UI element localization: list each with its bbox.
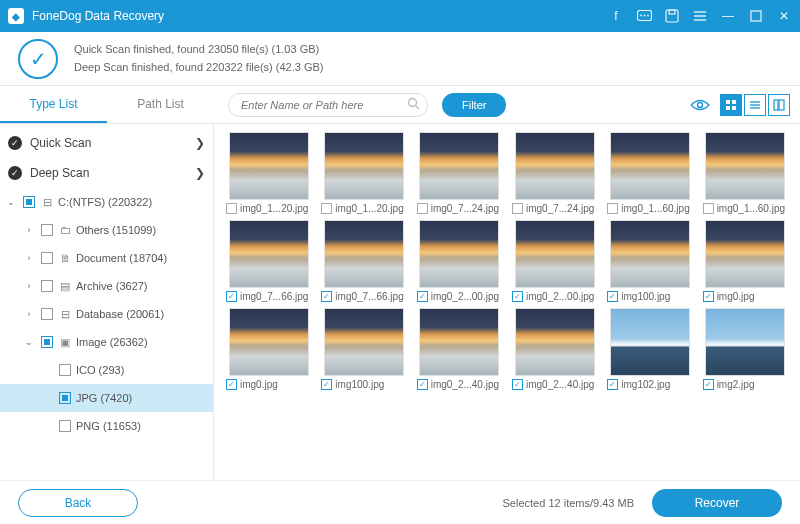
tree-node-document[interactable]: › 🗎 Document (18704) [0,244,213,272]
grid-item[interactable]: img0_1...60.jpg [607,132,692,214]
tree-node-drive[interactable]: ⌄ ⊟ C:(NTFS) (220322) [0,188,213,216]
tree-node-others[interactable]: › 🗀 Others (151099) [0,216,213,244]
scan-status-bar: ✓ Quick Scan finished, found 23050 file(… [0,32,800,86]
menu-icon[interactable] [692,8,708,24]
item-checkbox[interactable] [512,203,523,214]
grid-item[interactable]: ✓img2.jpg [703,308,788,390]
svg-rect-20 [774,100,778,110]
item-checkbox[interactable] [321,203,332,214]
grid-item[interactable]: ✓img0.jpg [703,220,788,302]
tree-node-jpg[interactable]: JPG (7420) [0,384,213,412]
app-title: FoneDog Data Recovery [32,9,608,23]
item-checkbox[interactable]: ✓ [607,291,618,302]
view-detail-button[interactable] [768,94,790,116]
item-checkbox[interactable]: ✓ [226,291,237,302]
tree-node-database[interactable]: › ⊟ Database (20061) [0,300,213,328]
grid-item[interactable]: ✓img100.jpg [607,220,692,302]
grid-item[interactable]: ✓img0_7...66.jpg [226,220,311,302]
item-checkbox[interactable]: ✓ [321,291,332,302]
checkbox[interactable] [41,336,53,348]
chevron-right-icon: ❯ [195,136,205,150]
deep-scan-status: Deep Scan finished, found 220322 file(s)… [74,59,323,77]
minimize-icon[interactable]: — [720,8,736,24]
item-checkbox[interactable] [417,203,428,214]
checkbox[interactable] [41,252,53,264]
thumbnail-image [419,220,499,288]
expand-icon[interactable]: › [22,225,36,235]
tab-path-list[interactable]: Path List [107,87,214,123]
item-checkbox[interactable]: ✓ [321,379,332,390]
grid-item[interactable]: ✓img0_7...66.jpg [321,220,406,302]
grid-item[interactable]: ✓img102.jpg [607,308,692,390]
expand-icon[interactable]: ⌄ [4,197,18,207]
tab-type-list[interactable]: Type List [0,87,107,123]
feedback-icon[interactable] [636,8,652,24]
svg-rect-21 [779,100,784,110]
item-checkbox[interactable]: ✓ [417,379,428,390]
title-bar: ◆ FoneDog Data Recovery f — ✕ [0,0,800,32]
collapse-icon[interactable]: ⌄ [22,337,36,347]
expand-icon[interactable]: › [22,253,36,263]
grid-item[interactable]: ✓img100.jpg [321,308,406,390]
checkbox[interactable] [59,364,71,376]
close-icon[interactable]: ✕ [776,8,792,24]
svg-rect-15 [726,106,730,110]
item-checkbox[interactable]: ✓ [512,379,523,390]
grid-item[interactable]: img0_7...24.jpg [512,132,597,214]
facebook-icon[interactable]: f [608,8,624,24]
grid-item[interactable]: img0_1...20.jpg [321,132,406,214]
item-checkbox[interactable]: ✓ [607,379,618,390]
sidebar-quick-scan[interactable]: ✓ Quick Scan ❯ [0,128,213,158]
item-checkbox[interactable] [607,203,618,214]
checkbox[interactable] [23,196,35,208]
filename: img100.jpg [335,379,406,390]
grid-item[interactable]: img0_1...60.jpg [703,132,788,214]
item-checkbox[interactable] [226,203,237,214]
view-list-button[interactable] [744,94,766,116]
recover-button[interactable]: Recover [652,489,782,517]
maximize-icon[interactable] [748,8,764,24]
grid-item[interactable]: ✓img0_2...40.jpg [417,308,502,390]
item-checkbox[interactable]: ✓ [703,379,714,390]
item-checkbox[interactable]: ✓ [417,291,428,302]
sidebar: ✓ Quick Scan ❯ ✓ Deep Scan ❯ ⌄ ⊟ C:(NTFS… [0,124,214,480]
grid-item[interactable]: ✓img0_2...00.jpg [512,220,597,302]
tree-node-image[interactable]: ⌄ ▣ Image (26362) [0,328,213,356]
save-icon[interactable] [664,8,680,24]
expand-icon[interactable]: › [22,309,36,319]
item-checkbox[interactable]: ✓ [703,291,714,302]
checkbox[interactable] [59,392,71,404]
folder-icon: 🗀 [58,224,72,236]
thumbnail-image [324,220,404,288]
item-checkbox[interactable]: ✓ [226,379,237,390]
view-grid-button[interactable] [720,94,742,116]
filename: img0_1...20.jpg [335,203,406,214]
footer: Back Selected 12 items/9.43 MB Recover [0,480,800,524]
grid-item[interactable]: ✓img0.jpg [226,308,311,390]
filename: img0.jpg [717,291,788,302]
expand-icon[interactable]: › [22,281,36,291]
checkbox[interactable] [41,224,53,236]
checkbox[interactable] [41,280,53,292]
grid-item[interactable]: ✓img0_2...00.jpg [417,220,502,302]
thumbnail-grid: img0_1...20.jpg img0_1...20.jpg img0_7..… [214,124,800,480]
item-checkbox[interactable]: ✓ [512,291,523,302]
tree-node-png[interactable]: PNG (11653) [0,412,213,440]
svg-rect-13 [726,100,730,104]
tree-node-ico[interactable]: ICO (293) [0,356,213,384]
thumbnail-image [419,308,499,376]
grid-item[interactable]: ✓img0_2...40.jpg [512,308,597,390]
grid-item[interactable]: img0_1...20.jpg [226,132,311,214]
sidebar-deep-scan[interactable]: ✓ Deep Scan ❯ [0,158,213,188]
grid-item[interactable]: img0_7...24.jpg [417,132,502,214]
checkbox[interactable] [59,420,71,432]
filter-button[interactable]: Filter [442,93,506,117]
preview-eye-icon[interactable] [690,98,710,112]
search-input[interactable] [228,93,428,117]
checkbox[interactable] [41,308,53,320]
svg-point-2 [643,14,645,16]
tree-node-archive[interactable]: › ▤ Archive (3627) [0,272,213,300]
search-icon[interactable] [407,97,420,110]
back-button[interactable]: Back [18,489,138,517]
item-checkbox[interactable] [703,203,714,214]
